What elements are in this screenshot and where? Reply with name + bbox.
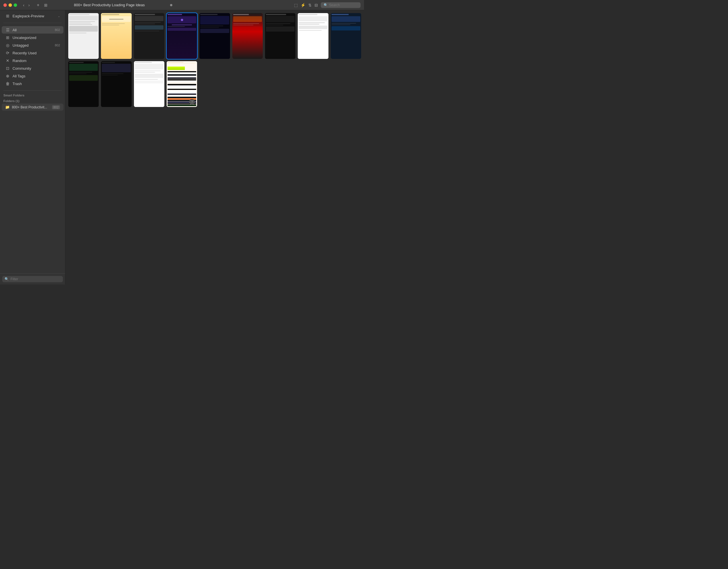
sidebar-item-all-tags[interactable]: ⊕ All Tags [2,72,63,80]
thumbnail-17[interactable] [167,74,196,76]
sidebar-nav: ☰ All 802 ⊞ Uncategorized ◎ Untagged 802… [0,24,65,89]
workspace-icon: ⊞ [5,14,10,18]
sidebar-item-trash[interactable]: 🗑 Trash [2,80,63,87]
search-input[interactable] [329,3,358,7]
recently-used-icon: ⟳ [5,51,10,55]
folder-count: 802 [52,105,60,109]
thumbnail-14[interactable] [167,67,185,70]
thumbnail-28[interactable] [167,92,196,93]
search-bar[interactable]: 🔍 [321,2,361,8]
trash-label: Trash [13,82,60,86]
thumbnail-11[interactable] [101,61,131,107]
sidebar-item-untagged[interactable]: ◎ Untagged 802 [2,42,63,49]
add-button[interactable]: + [36,3,40,8]
workspace-name: Eaglepack-Preview [13,14,55,18]
smart-folders-title: Smart Folders [0,92,65,98]
filter-input[interactable] [11,277,61,281]
filter-icon[interactable]: ⊟ [315,3,318,7]
all-label: All [13,28,53,32]
main-layout: ⊞ Eaglepack-Preview ⌄ ☰ All 802 ⊞ Uncate… [0,10,364,284]
thumbnail-22[interactable] [167,82,196,84]
progress-indicator [170,4,172,6]
divider-1 [3,23,62,23]
window-title: 800+ Best Productivity Loading Page Idea… [51,3,168,7]
thumbnail-13[interactable]: 800+ Best Productivity Loading Page Idea… [167,61,197,107]
thumbnail-31[interactable] [167,97,196,98]
folder-label: 800+ Best Productivit... [12,105,50,109]
thumbnail-26[interactable] [167,89,196,90]
all-tags-icon: ⊕ [5,74,10,78]
all-icon: ☰ [5,28,10,32]
divider-2 [3,90,62,91]
thumbnail-30[interactable] [167,95,196,96]
trash-icon: 🗑 [5,81,10,86]
sort-icon[interactable]: ⇅ [308,3,312,7]
thumbnail-10[interactable] [68,61,99,107]
thumbnail-20[interactable] [167,79,196,80]
filter-icon: 🔍 [5,277,9,281]
traffic-lights [3,3,17,7]
thumbnail-23[interactable] [167,84,196,85]
nav-buttons: ‹ › [22,2,31,8]
thumbnail-27[interactable] [167,90,196,92]
community-icon: ⊡ [5,66,10,71]
folders-title: Folders (1) [0,98,65,103]
sidebar: ⊞ Eaglepack-Preview ⌄ ☰ All 802 ⊞ Uncate… [0,10,65,284]
sidebar-item-community[interactable]: ⊡ Community [2,65,63,72]
minimize-button[interactable] [9,3,12,7]
thumbnail-36[interactable] [167,105,196,106]
all-tags-label: All Tags [13,74,60,78]
thumbnail-9[interactable] [331,13,361,59]
sidebar-workspace: ⊞ Eaglepack-Preview ⌄ [0,10,65,22]
folder-item-productivity[interactable]: 📁 800+ Best Productivit... 802 [2,103,63,111]
untagged-count: 802 [55,44,60,47]
untagged-icon: ◎ [5,43,10,47]
untagged-label: Untagged [13,43,53,47]
thumbnail-12[interactable] [134,61,164,107]
random-icon: ✕ [5,58,10,63]
lightning-icon[interactable]: ⚡ [301,3,305,7]
folder-icon: 📁 [5,105,10,109]
sidebar-item-all[interactable]: ☰ All 802 [2,26,63,34]
random-label: Random [13,59,60,63]
thumbnail-2[interactable] [101,13,131,59]
sidebar-item-uncategorized[interactable]: ⊞ Uncategorized [2,34,63,41]
forward-button[interactable]: › [27,2,31,8]
thumbnail-8[interactable] [298,13,328,59]
recently-used-label: Recently Used [13,51,60,55]
maximize-button[interactable] [14,3,17,7]
thumbnail-18[interactable] [167,76,196,77]
sidebar-item-recently-used[interactable]: ⟳ Recently Used [2,49,63,57]
titlebar: ‹ › + ⊞ 800+ Best Productivity Loading P… [0,0,364,10]
uncategorized-label: Uncategorized [13,36,58,40]
all-count: 802 [55,28,60,32]
toolbar-icons: ⬚ ⚡ ⇅ ⊟ 🔍 [294,2,361,8]
thumbnail-15[interactable] [167,71,196,73]
thumbnail-19[interactable] [167,77,196,79]
sidebar-footer: 🔍 [0,273,65,284]
thumbnail-5[interactable] [199,13,230,59]
thumbnail-4[interactable] [167,13,197,59]
view-icon[interactable]: ⬚ [294,3,298,7]
thumbnail-24[interactable] [167,86,196,87]
workspace-chevron: ⌄ [58,15,60,18]
thumbnail-29[interactable] [167,94,196,95]
workspace-label[interactable]: ⊞ Eaglepack-Preview ⌄ [2,12,63,20]
thumbnail-7[interactable] [265,13,295,59]
thumbnail-6[interactable] [232,13,263,59]
back-button[interactable]: ‹ [22,2,26,8]
thumbnail-16[interactable] [167,73,196,74]
community-label: Community [13,66,60,71]
sidebar-item-random[interactable]: ✕ Random [2,57,63,64]
thumbnail-1[interactable] [68,13,99,59]
close-button[interactable] [3,3,7,7]
thumbnail-25[interactable] [167,87,196,88]
layout-toggle[interactable]: ⊞ [43,3,49,7]
filter-input-wrap[interactable]: 🔍 [2,276,63,282]
thumbnail-21[interactable] [167,81,196,82]
uncategorized-icon: ⊞ [5,35,10,40]
thumbnail-3[interactable] [134,13,164,59]
thumbnail-grid: 800+ Best Productivity Loading Page Idea… [65,10,364,284]
